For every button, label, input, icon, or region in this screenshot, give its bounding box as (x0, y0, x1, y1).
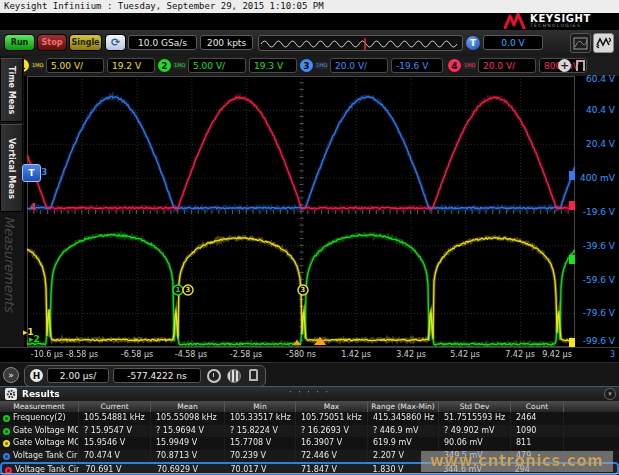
voltage-axis: 60.4 V 40.4 V 20.4 V 400 mV -19.6 V -39.… (575, 76, 619, 347)
expand-chevron-icon[interactable]: » (3, 367, 19, 383)
time-label: -8.58 µs (66, 350, 99, 359)
horizontal-position-field[interactable]: -577.4222 ns (113, 368, 201, 383)
memory-depth-field[interactable]: 200 kpts (200, 35, 253, 50)
voltage-label: -39.6 V (575, 241, 615, 251)
table-row[interactable]: Frequency(2) 105.54881 kHz105.55098 kHz … (0, 412, 619, 425)
table-row[interactable]: Gate Voltage MC ? 15.9547 V? 15.9694 V ?… (0, 425, 619, 438)
time-label: 5.42 µs (450, 350, 480, 359)
time-label: -10.6 µs (31, 350, 64, 359)
single-button[interactable]: Single (69, 34, 102, 51)
col-range[interactable]: Range (Max-Min) (368, 401, 439, 412)
site-watermark: www.cntronics.com (430, 452, 603, 470)
time-label: -4.58 µs (175, 350, 208, 359)
panel-bottom-divider (0, 473, 619, 474)
keysight-spark-icon (504, 13, 526, 29)
col-max[interactable]: Max (296, 401, 368, 412)
axis-suffix: 3 (610, 350, 615, 359)
time-label: 3.42 µs (396, 350, 426, 359)
voltage-label: 60.4 V (575, 74, 615, 84)
time-label: 1.42 µs (341, 350, 371, 359)
channel-2-impedance: 1MΩ (173, 62, 186, 69)
channel-1-offset-field[interactable]: 19.2 V (107, 58, 155, 73)
horizontal-controls: H 2.00 µs/ -577.4222 ns (24, 365, 266, 387)
row-color-dot (3, 428, 10, 435)
voltage-label: -79.6 V (575, 308, 615, 318)
col-stddev[interactable]: Std Dev (439, 401, 511, 412)
row-color-dot (3, 440, 10, 447)
collapse-icon[interactable]: ▾ (604, 388, 616, 400)
channel-3-scale-field[interactable]: 20.0 V/ (330, 58, 388, 73)
logo-sub: TECHNOLOGIES (530, 24, 591, 29)
acquisition-memory-bar[interactable] (258, 35, 463, 51)
time-label: -2.58 µs (230, 350, 263, 359)
row-color-dot (3, 453, 10, 460)
channel-1-controls: 1 1MΩ 5.00 V/ 19.2 V (14, 56, 148, 76)
acquisition-toolbar: Run Stop Single ⟳ 10.0 GSa/s 200 kpts T … (0, 30, 619, 57)
voltage-label: -59.6 V (575, 275, 615, 285)
voltage-label: 400 mV (575, 173, 615, 183)
channel-3-badge[interactable]: 3 (300, 59, 313, 72)
voltage-label: -99.6 V (575, 336, 615, 346)
stop-button[interactable]: Stop (37, 34, 67, 51)
voltage-label: -19.6 V (575, 207, 615, 217)
voltage-label: 40.4 V (575, 105, 615, 115)
col-count[interactable]: Count (511, 401, 564, 412)
time-axis: -10.6 µs -8.58 µs -6.58 µs -4.58 µs -2.5… (0, 347, 619, 363)
logo-bar: KEYSIGHT TECHNOLOGIES (0, 13, 619, 30)
waveform-canvas[interactable] (27, 76, 575, 347)
time-label: -6.58 µs (121, 350, 154, 359)
channel-2-badge[interactable]: 2 (158, 59, 171, 72)
table-row[interactable]: Gate Voltage MC 15.9546 V15.9949 V 15.77… (0, 437, 619, 450)
measurements-watermark: Measurements (2, 216, 17, 312)
channel-3-offset-field[interactable]: -19.6 V (391, 58, 443, 73)
horizontal-bar: » H 2.00 µs/ -577.4222 ns (0, 362, 619, 387)
touch-icon[interactable]: ⟳ (105, 34, 126, 51)
run-button[interactable]: Run (4, 34, 35, 51)
channel-2-offset-field[interactable]: 19.3 V (249, 58, 297, 73)
time-label: -580 ns (286, 350, 316, 359)
channel-4-impedance: 1MΩ (463, 62, 476, 69)
channel-3-controls: 3 1MΩ 20.0 V/ -19.6 V (298, 56, 436, 76)
channel-4-scale-field[interactable]: 20.0 V/ (478, 58, 536, 73)
clock-icon[interactable] (207, 369, 221, 383)
channel-1-impedance: 1MΩ (31, 62, 44, 69)
display-settings-icon[interactable] (570, 33, 591, 53)
autoscale-icon[interactable] (593, 33, 614, 53)
col-current[interactable]: Current (79, 401, 151, 412)
trigger-level-field[interactable]: 0.0 V (483, 35, 543, 50)
col-blank (564, 401, 619, 412)
waveform-display[interactable]: T 3 4 ▸1 ▸2 (27, 76, 575, 347)
col-measurement[interactable]: Measurement (0, 401, 79, 412)
channel-2-ground-marker[interactable]: ▸2 (29, 335, 40, 344)
channel-3-ground-marker[interactable]: 3 (41, 168, 47, 177)
trigger-level-marker[interactable]: T (22, 164, 41, 182)
probe-icon[interactable] (576, 60, 585, 71)
row-color-dot (3, 415, 10, 422)
memory-waveform-icon (259, 37, 462, 51)
zoom-mode-icon[interactable] (227, 369, 241, 383)
channel-2-scale-field[interactable]: 5.00 V/ (188, 58, 246, 73)
channel-4-badge[interactable]: 4 (448, 59, 461, 72)
add-channel-button[interactable]: + (558, 59, 571, 72)
channel-3-impedance: 1MΩ (315, 62, 328, 69)
window-title: Keysight Infiniium : Tuesday, September … (0, 0, 619, 13)
voltage-label: 20.4 V (575, 139, 615, 149)
tab-vertical-meas[interactable]: Vertical Meas (0, 124, 23, 212)
col-min[interactable]: Min (225, 401, 296, 412)
horizontal-badge[interactable]: H (30, 369, 43, 382)
sample-rate-field[interactable]: 10.0 GSa/s (128, 35, 197, 50)
results-title-bar[interactable]: Results · · · · · ▾ (0, 387, 619, 401)
drag-handle[interactable]: · · · · · (0, 388, 619, 397)
channel-bar: 1 1MΩ 5.00 V/ 19.2 V 2 1MΩ 5.00 V/ 19.3 … (14, 56, 619, 76)
col-mean[interactable]: Mean (151, 401, 225, 412)
timebase-field[interactable]: 2.00 µs/ (47, 368, 109, 383)
time-label: 7.42 µs (505, 350, 535, 359)
tab-time-meas[interactable]: Time Meas (0, 58, 23, 122)
channel-1-scale-field[interactable]: 5.00 V/ (46, 58, 104, 73)
left-sidebar: Time Meas Vertical Meas Measurements (0, 56, 24, 362)
trigger-badge[interactable]: T (466, 36, 480, 50)
oscilloscope-app: Keysight Infiniium : Tuesday, September … (0, 0, 619, 475)
pin-icon[interactable] (249, 369, 258, 381)
time-label: 9.42 µs (542, 350, 572, 359)
channel-4-ground-marker[interactable]: 4 (30, 203, 36, 212)
